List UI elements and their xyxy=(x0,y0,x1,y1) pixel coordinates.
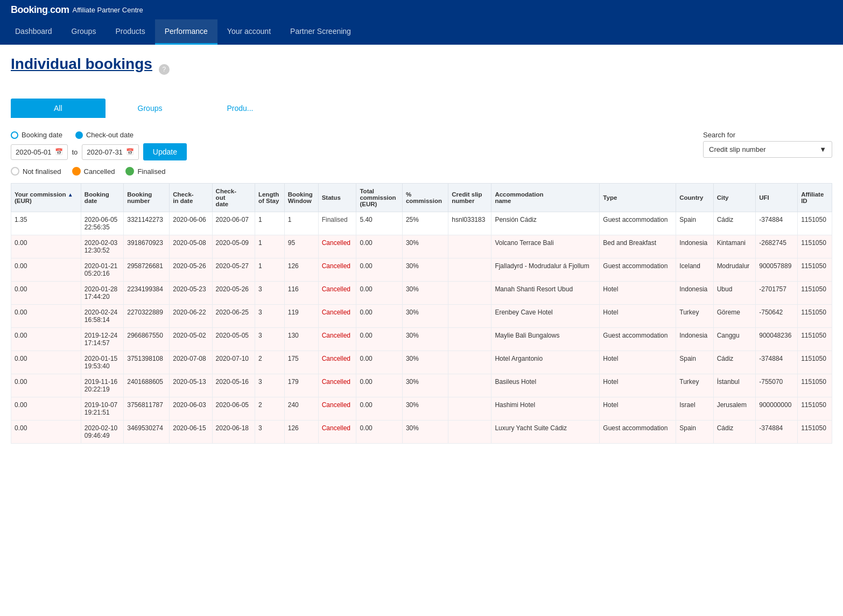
cell-checkout: 2020-05-26 xyxy=(212,282,255,305)
cell-booking-window: 126 xyxy=(284,258,318,282)
cell-total-commission: 0.00 xyxy=(356,397,402,421)
cell-total-commission: 0.00 xyxy=(356,235,402,258)
cell-total-commission: 0.00 xyxy=(356,328,402,351)
cell-affiliate-id: 1151050 xyxy=(798,258,832,282)
cell-status: Cancelled xyxy=(318,258,356,282)
cell-booking-number: 3321142273 xyxy=(124,212,170,235)
date-from-value: 2020-05-01 xyxy=(16,148,52,156)
cell-checkin: 2020-07-08 xyxy=(170,351,212,374)
col-commission[interactable]: Your commission ▲(EUR) xyxy=(11,184,81,212)
cell-credit-slip xyxy=(448,305,491,328)
cell-city: Modrudalur xyxy=(713,258,756,282)
cell-type: Guest accommodation xyxy=(600,328,676,351)
cell-checkout: 2020-05-16 xyxy=(212,374,255,397)
col-booking-date[interactable]: Bookingdate xyxy=(81,184,123,212)
col-country[interactable]: Country xyxy=(676,184,713,212)
col-total-commission[interactable]: Totalcommission(EUR) xyxy=(356,184,402,212)
cell-accommodation: Pensión Cádiz xyxy=(491,212,600,235)
col-credit-slip[interactable]: Credit slipnumber xyxy=(448,184,491,212)
table-row: 0.00 2019-10-0719:21:51 3756811787 2020-… xyxy=(11,397,832,421)
status-filter-row: Not finalised Cancelled Finalised xyxy=(11,167,832,176)
cell-accommodation: Volcano Terrace Bali xyxy=(491,235,600,258)
cell-booking-number: 2234199384 xyxy=(124,282,170,305)
cell-status: Cancelled xyxy=(318,397,356,421)
table-row: 0.00 2020-02-1009:46:49 3469530274 2020-… xyxy=(11,421,832,444)
nav-item-products[interactable]: Products xyxy=(106,19,154,45)
cell-length-stay: 2 xyxy=(255,397,284,421)
col-city[interactable]: City xyxy=(713,184,756,212)
help-icon[interactable]: ? xyxy=(159,64,170,75)
tab-all[interactable]: All xyxy=(11,99,106,118)
cell-commission: 0.00 xyxy=(11,258,81,282)
date-to-value: 2020-07-31 xyxy=(87,148,123,156)
checkout-date-radio-label[interactable]: Check-out date xyxy=(75,131,134,139)
cell-length-stay: 3 xyxy=(255,282,284,305)
sort-arrow: ▲ xyxy=(68,192,73,198)
cell-country: Turkey xyxy=(676,374,713,397)
filter-area: Booking date Check-out date 2020-05-01 📅… xyxy=(11,131,832,160)
cell-credit-slip xyxy=(448,421,491,444)
col-affiliate-id[interactable]: AffiliateID xyxy=(798,184,832,212)
table-body: 1.35 2020-06-0522:56:35 3321142273 2020-… xyxy=(11,212,832,444)
cell-ufi: -374884 xyxy=(756,351,798,374)
cell-booking-date: 2019-11-1620:22:19 xyxy=(81,374,123,397)
date-to-input[interactable]: 2020-07-31 📅 xyxy=(82,144,139,160)
booking-date-radio[interactable] xyxy=(11,131,18,139)
tab-groups[interactable]: Groups xyxy=(106,99,195,118)
not-finalised-radio[interactable] xyxy=(11,167,19,176)
checkout-date-radio[interactable] xyxy=(75,131,83,139)
col-type[interactable]: Type xyxy=(600,184,676,212)
nav-item-partner-screening[interactable]: Partner Screening xyxy=(280,19,361,45)
col-checkout[interactable]: Check-outdate xyxy=(212,184,255,212)
col-booking-number[interactable]: Bookingnumber xyxy=(124,184,170,212)
cell-booking-number: 3918670923 xyxy=(124,235,170,258)
finalised-radio[interactable] xyxy=(125,167,134,176)
nav-item-your-account[interactable]: Your account xyxy=(217,19,280,45)
cell-length-stay: 2 xyxy=(255,351,284,374)
calendar-icon: 📅 xyxy=(55,148,63,156)
search-select[interactable]: Credit slip number ▼ xyxy=(703,141,832,158)
date-from-input[interactable]: 2020-05-01 📅 xyxy=(11,144,68,160)
cancelled-radio[interactable] xyxy=(72,167,81,176)
tab-products[interactable]: Produ... xyxy=(194,99,285,118)
not-finalised-filter[interactable]: Not finalised xyxy=(11,167,61,176)
update-button[interactable]: Update xyxy=(143,143,187,160)
col-status[interactable]: Status xyxy=(318,184,356,212)
cell-country: Indonesia xyxy=(676,235,713,258)
cell-pct-commission: 30% xyxy=(402,421,448,444)
nav-item-dashboard[interactable]: Dashboard xyxy=(5,19,62,45)
cell-booking-number: 3751398108 xyxy=(124,351,170,374)
cell-booking-number: 2966867550 xyxy=(124,328,170,351)
cell-pct-commission: 30% xyxy=(402,328,448,351)
cell-city: Kintamani xyxy=(713,235,756,258)
col-pct-commission[interactable]: %commission xyxy=(402,184,448,212)
logo-text: Booking.com xyxy=(11,4,69,16)
col-checkin[interactable]: Check-in date xyxy=(170,184,212,212)
nav-item-performance[interactable]: Performance xyxy=(155,19,217,45)
checkout-date-label: Check-out date xyxy=(86,131,134,139)
cancelled-filter[interactable]: Cancelled xyxy=(72,167,115,176)
cell-affiliate-id: 1151050 xyxy=(798,328,832,351)
cell-country: Spain xyxy=(676,212,713,235)
nav-bar: Dashboard Groups Products Performance Yo… xyxy=(0,19,843,45)
cell-type: Hotel xyxy=(600,305,676,328)
cell-checkin: 2020-05-26 xyxy=(170,258,212,282)
cell-commission: 0.00 xyxy=(11,328,81,351)
bookings-table: Your commission ▲(EUR) Bookingdate Booki… xyxy=(11,183,832,444)
col-accommodation[interactable]: Accommodationname xyxy=(491,184,600,212)
logo-dot: . xyxy=(48,4,51,15)
cell-affiliate-id: 1151050 xyxy=(798,374,832,397)
cell-ufi: 900000000 xyxy=(756,397,798,421)
finalised-filter[interactable]: Finalised xyxy=(125,167,165,176)
col-booking-window[interactable]: BookingWindow xyxy=(284,184,318,212)
cell-type: Guest accommodation xyxy=(600,212,676,235)
col-ufi[interactable]: UFI xyxy=(756,184,798,212)
cell-length-stay: 1 xyxy=(255,258,284,282)
cell-checkin: 2020-05-02 xyxy=(170,328,212,351)
booking-date-radio-label[interactable]: Booking date xyxy=(11,131,62,139)
cell-accommodation: Manah Shanti Resort Ubud xyxy=(491,282,600,305)
col-length-stay[interactable]: Lengthof Stay xyxy=(255,184,284,212)
nav-item-groups[interactable]: Groups xyxy=(62,19,106,45)
cell-booking-date: 2020-02-2416:58:14 xyxy=(81,305,123,328)
cell-credit-slip xyxy=(448,235,491,258)
